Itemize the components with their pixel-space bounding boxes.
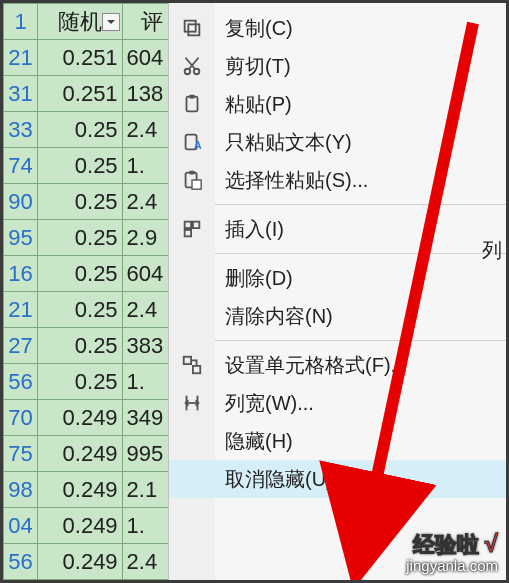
copy-icon — [179, 15, 205, 41]
header-label: 随机 — [58, 9, 102, 34]
menu-item-label: 隐藏(H) — [225, 428, 293, 455]
col-width-icon — [179, 390, 205, 416]
menu-item[interactable]: 剪切(T) — [169, 47, 509, 85]
menu-item-label: 列宽(W)... — [225, 390, 314, 417]
svg-rect-0 — [188, 24, 199, 35]
table-row[interactable]: 950.252.9 — [4, 220, 183, 256]
table-row[interactable]: 210.252.4 — [4, 292, 183, 328]
menu-item[interactable]: 粘贴(P) — [169, 85, 509, 123]
cell[interactable]: 0.25 — [38, 112, 123, 148]
row-number[interactable]: 95 — [4, 220, 38, 256]
row-number[interactable]: 56 — [4, 544, 38, 580]
svg-text:A: A — [194, 139, 202, 151]
cell[interactable]: 0.249 — [38, 472, 123, 508]
cell[interactable]: 0.249 — [38, 580, 123, 584]
menu-separator — [215, 253, 509, 254]
cell[interactable]: 0.25 — [38, 220, 123, 256]
row-number[interactable]: 27 — [4, 328, 38, 364]
table-row[interactable]: 330.252.4 — [4, 112, 183, 148]
table-row[interactable]: 270.25383 — [4, 328, 183, 364]
table-row[interactable]: 900.252.4 — [4, 184, 183, 220]
filter-dropdown-icon[interactable] — [102, 13, 120, 31]
menu-item-label: 取消隐藏(U) — [225, 466, 333, 493]
cell[interactable]: 0.25 — [38, 364, 123, 400]
table-row[interactable]: 750.249995 — [4, 436, 183, 472]
row-number[interactable]: 33 — [4, 112, 38, 148]
menu-item-label: 只粘贴文本(Y) — [225, 129, 352, 156]
row-number[interactable]: 60 — [4, 580, 38, 584]
table-row[interactable]: 560.2492.4 — [4, 544, 183, 580]
paste-special-icon — [179, 167, 205, 193]
menu-separator — [215, 340, 509, 341]
cell[interactable]: 0.25 — [38, 256, 123, 292]
menu-item[interactable]: 清除内容(N) — [169, 297, 509, 335]
table-row[interactable]: 700.249349 — [4, 400, 183, 436]
cell[interactable]: 0.25 — [38, 292, 123, 328]
table-row[interactable]: 310.251138 — [4, 76, 183, 112]
table-row[interactable]: 210.251604 — [4, 40, 183, 76]
menu-item[interactable]: 插入(I) — [169, 210, 509, 248]
menu-item[interactable]: 列宽(W)... — [169, 384, 509, 422]
row-number[interactable]: 90 — [4, 184, 38, 220]
menu-item-label: 剪切(T) — [225, 53, 291, 80]
table-row[interactable]: 600.2491 — [4, 580, 183, 584]
svg-rect-14 — [193, 222, 199, 228]
cell[interactable]: 0.25 — [38, 328, 123, 364]
row-number[interactable]: 21 — [4, 292, 38, 328]
cell[interactable]: 0.249 — [38, 436, 123, 472]
row-number[interactable]: 21 — [4, 40, 38, 76]
cell[interactable]: 0.251 — [38, 76, 123, 112]
row-number[interactable]: 74 — [4, 148, 38, 184]
row-number[interactable]: 16 — [4, 256, 38, 292]
menu-item-label: 粘贴(P) — [225, 91, 292, 118]
table-row[interactable]: 740.251. — [4, 148, 183, 184]
table-row[interactable]: 040.2491. — [4, 508, 183, 544]
spreadsheet-table[interactable]: 1 随机 评 210.251604310.251138330.252.4740.… — [3, 3, 183, 583]
header-col-a[interactable]: 随机 — [38, 4, 123, 40]
row-number[interactable]: 75 — [4, 436, 38, 472]
cell[interactable]: 0.249 — [38, 508, 123, 544]
svg-rect-7 — [189, 95, 195, 99]
menu-item-label: 删除(D) — [225, 265, 293, 292]
svg-rect-1 — [185, 21, 196, 32]
paste-icon — [179, 91, 205, 117]
table-row[interactable]: 980.2492.1 — [4, 472, 183, 508]
svg-rect-11 — [189, 171, 195, 175]
menu-item-label: 复制(C) — [225, 15, 293, 42]
menu-separator — [215, 204, 509, 205]
table-row[interactable]: 160.25604 — [4, 256, 183, 292]
cut-icon — [179, 53, 205, 79]
row-number[interactable]: 56 — [4, 364, 38, 400]
svg-point-3 — [194, 69, 200, 75]
menu-item[interactable]: 隐藏(H) — [169, 422, 509, 460]
svg-rect-15 — [185, 230, 191, 236]
svg-rect-13 — [185, 222, 191, 228]
menu-right-label: 列 — [482, 237, 502, 264]
row-number[interactable]: 98 — [4, 472, 38, 508]
insert-icon — [179, 216, 205, 242]
menu-item[interactable]: 选择性粘贴(S)... — [169, 161, 509, 199]
menu-item-label: 清除内容(N) — [225, 303, 333, 330]
cell[interactable]: 0.251 — [38, 40, 123, 76]
menu-item[interactable]: 删除(D) — [169, 259, 509, 297]
table-row[interactable]: 560.251. — [4, 364, 183, 400]
row-number[interactable]: 04 — [4, 508, 38, 544]
svg-rect-16 — [184, 357, 191, 364]
svg-rect-17 — [193, 366, 200, 373]
menu-item[interactable]: 设置单元格格式(F)... — [169, 346, 509, 384]
cell[interactable]: 0.249 — [38, 544, 123, 580]
cell[interactable]: 0.25 — [38, 148, 123, 184]
cell[interactable]: 1 — [122, 580, 182, 584]
header-rownum[interactable]: 1 — [4, 4, 38, 40]
menu-item-label: 插入(I) — [225, 216, 284, 243]
menu-item-label: 选择性粘贴(S)... — [225, 167, 368, 194]
cell[interactable]: 0.249 — [38, 400, 123, 436]
format-cells-icon — [179, 352, 205, 378]
row-number[interactable]: 70 — [4, 400, 38, 436]
cell[interactable]: 0.25 — [38, 184, 123, 220]
menu-item[interactable]: A只粘贴文本(Y) — [169, 123, 509, 161]
menu-item[interactable]: 取消隐藏(U) — [169, 460, 509, 498]
menu-item[interactable]: 复制(C) — [169, 9, 509, 47]
row-number[interactable]: 31 — [4, 76, 38, 112]
menu-item-label: 设置单元格格式(F)... — [225, 352, 407, 379]
